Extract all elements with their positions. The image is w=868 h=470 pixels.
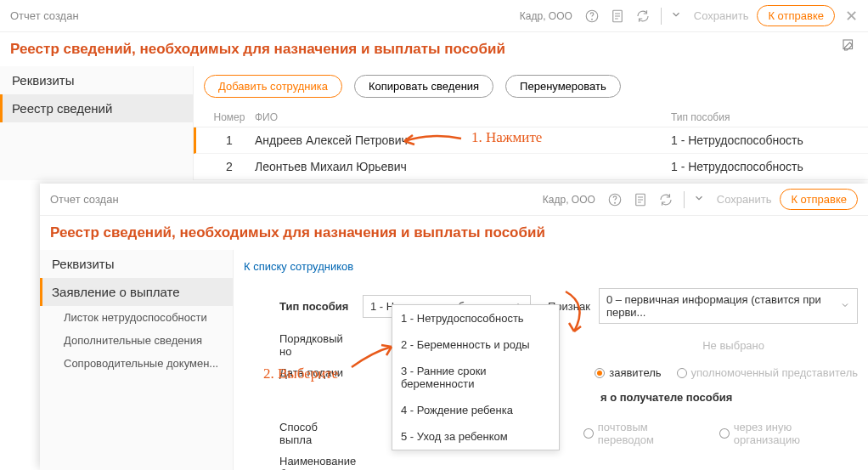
bank-label: Наименование банка [244,455,380,470]
svg-point-1 [591,19,592,20]
send-button[interactable]: К отправке [757,5,835,26]
sidebar-item-requisites[interactable]: Реквизиты [0,66,193,94]
back-link[interactable]: К списку сотрудников [234,257,364,276]
add-employee-button[interactable]: Добавить сотрудника [204,75,342,98]
notes-icon[interactable] [631,190,650,209]
dropdown-option[interactable]: 5 - Уход за ребенком [392,423,559,450]
radio-post[interactable]: почтовым переводом [583,421,704,446]
col-header-type: Тип пособия [671,111,858,123]
chevron-down-icon[interactable] [670,8,682,23]
sidebar: Реквизиты Реестр сведений [0,66,194,180]
radio-proxy[interactable]: уполномоченный представитель [677,366,858,379]
radio-applicant[interactable]: заявитель [595,366,661,379]
table-row[interactable]: 2 Леонтьев Михаил Юрьевич 1 - Нетрудоспо… [194,154,868,180]
chevron-down-icon [840,300,850,313]
section-recipient: я о получателе пособия [600,391,858,404]
not-selected: Не выбрано [702,339,764,352]
type-dropdown[interactable]: 1 - Нетрудоспособность 2 - Беременность … [392,304,560,450]
employee-table: Номер ФИО Тип пособия 1 Андреев Алексей … [194,108,868,180]
copy-info-button[interactable]: Копировать сведения [354,75,493,98]
date-label: Дата подачи [244,366,354,379]
close-icon[interactable]: ✕ [845,7,858,25]
status-text: Отчет создан [10,9,520,22]
sidebar-sub-docs[interactable]: Сопроводительные докумен... [40,352,233,375]
sign-select[interactable]: 0 – первичная информация (ставится при п… [599,288,858,324]
page-title: Реестр сведений, необходимых для назначе… [40,216,868,250]
header: Отчет создан Кадр, ООО Сохранить К отпра… [0,0,868,32]
type-label: Тип пособия [244,300,354,313]
applicant-radio-group: заявитель уполномоченный представитель [595,366,858,379]
radio-other[interactable]: через иную организацию [719,421,858,446]
sidebar-item-registry[interactable]: Реестр сведений [0,94,193,122]
header: Отчет создан Кадр, ООО Сохранить К отпра… [40,184,868,216]
col-header-num: Номер [204,111,255,123]
svg-point-5 [614,202,615,203]
renumber-button[interactable]: Перенумеровать [505,75,621,98]
sidebar-item-application[interactable]: Заявление о выплате [40,278,233,306]
pay-label: Способ выпла [244,421,352,446]
toolbar: Добавить сотрудника Копировать сведения … [194,73,868,108]
table-row[interactable]: 1 Андреев Алексей Петрович 1 - Нетрудосп… [194,127,868,154]
pay-radio-group: а МИР почтовым переводом через иную орга… [535,421,858,446]
dropdown-option[interactable]: 4 - Рождение ребенка [392,397,559,423]
save-button[interactable]: Сохранить [717,193,772,206]
dropdown-option[interactable]: 3 - Ранние сроки беременности [392,358,559,397]
window-detail: Отчет создан Кадр, ООО Сохранить К отпра… [40,184,868,470]
status-text: Отчет создан [50,193,543,206]
help-icon[interactable] [583,7,601,25]
dropdown-option[interactable]: 1 - Нетрудоспособность [392,305,559,331]
send-button[interactable]: К отправке [780,189,858,210]
edit-icon[interactable] [841,37,856,55]
refresh-icon[interactable] [634,7,652,25]
save-button[interactable]: Сохранить [694,9,749,22]
refresh-icon[interactable] [657,190,675,209]
dropdown-option[interactable]: 2 - Беременность и роды [392,331,559,358]
ord-label: Порядковый но [244,332,354,358]
col-header-fio: ФИО [255,111,671,123]
org-name: Кадр, ООО [543,194,595,206]
sidebar-sub-sickleave[interactable]: Листок нетрудоспособности [40,306,233,329]
sidebar-sub-additional[interactable]: Дополнительные сведения [40,329,233,352]
separator [684,191,685,208]
sidebar-item-requisites[interactable]: Реквизиты [40,250,233,278]
notes-icon[interactable] [608,7,627,25]
page-title: Реестр сведений, необходимых для назначе… [0,32,868,66]
separator [661,8,662,25]
chevron-down-icon[interactable] [693,192,705,207]
help-icon[interactable] [606,190,624,209]
org-name: Кадр, ООО [520,10,572,22]
sidebar: Реквизиты Заявление о выплате Листок нет… [40,250,234,470]
